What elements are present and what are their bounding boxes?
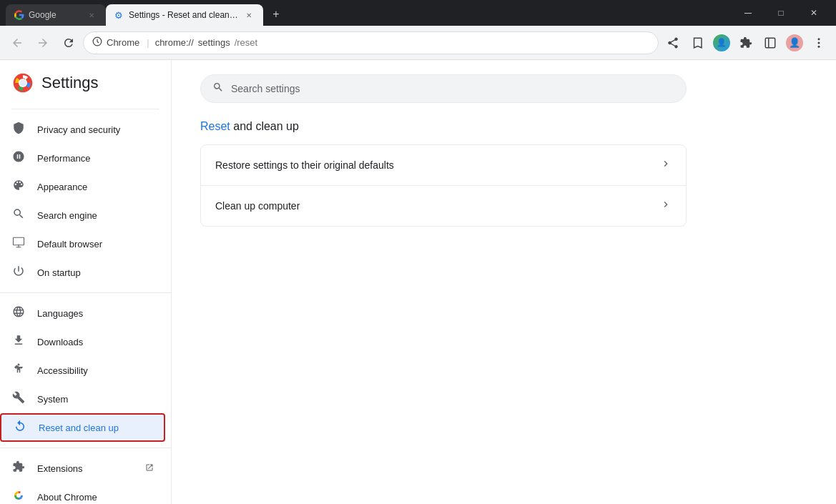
sidebar-item-on-startup[interactable]: On startup: [0, 258, 165, 287]
reset-icon: [13, 420, 27, 435]
appearance-icon: [11, 179, 26, 194]
url-path2: /reset: [235, 37, 258, 48]
close-button[interactable]: ✕: [797, 0, 830, 26]
sidebar: Settings Privacy and security Perf: [0, 60, 172, 504]
google-tab-title: Google: [29, 10, 82, 20]
chrome-logo: [11, 71, 34, 94]
external-link-icon: [145, 463, 154, 473]
svg-point-9: [19, 79, 26, 86]
menu-button[interactable]: [807, 31, 830, 54]
page-title-and: and: [230, 120, 256, 132]
sidebar-item-about[interactable]: About Chrome: [0, 483, 165, 504]
minimize-button[interactable]: ─: [732, 0, 764, 26]
window-controls: ─ □ ✕: [726, 0, 836, 26]
startup-icon: [11, 265, 26, 280]
tab-settings[interactable]: ⚙ Settings - Reset and clean up ✕: [106, 4, 263, 26]
svg-rect-1: [765, 38, 775, 48]
url-path: settings: [198, 37, 230, 48]
url-host: chrome://: [155, 37, 194, 48]
tab-google[interactable]: Google ✕: [6, 4, 106, 26]
sidebar-header: Settings: [0, 66, 171, 106]
sidebar-item-privacy[interactable]: Privacy and security: [0, 115, 165, 144]
settings-tab-close[interactable]: ✕: [243, 9, 255, 21]
sidebar-item-system[interactable]: System: [0, 385, 165, 413]
browser-frame: Google ✕ ⚙ Settings - Reset and clean up…: [0, 0, 836, 504]
sidebar-item-extensions[interactable]: Extensions: [0, 454, 165, 483]
sidebar-item-languages[interactable]: Languages: [0, 299, 165, 327]
extensions-sidebar-icon: [11, 460, 26, 476]
search-engine-icon: [11, 207, 26, 223]
settings-heading: Settings: [41, 74, 99, 92]
sidebar-label-languages: Languages: [37, 308, 154, 319]
sidebar-label-default-browser: Default browser: [37, 239, 154, 249]
sidebar-label-privacy: Privacy and security: [37, 124, 154, 135]
sidebar-label-downloads: Downloads: [37, 337, 154, 347]
sidebar-item-default-browser[interactable]: Default browser: [0, 229, 165, 258]
address-bar[interactable]: Chrome | chrome://settings/reset: [83, 31, 659, 54]
svg-point-4: [818, 41, 820, 44]
reload-button[interactable]: [57, 31, 80, 54]
share-button[interactable]: [662, 31, 684, 54]
page-title-clean: clean up: [255, 120, 299, 132]
performance-icon: [11, 150, 26, 166]
browser-content: Settings Privacy and security Perf: [0, 60, 836, 504]
sidebar-item-search[interactable]: Search engine: [0, 201, 165, 229]
shield-icon: [11, 122, 26, 137]
cleanup-computer-label: Clean up computer: [215, 200, 300, 212]
sidebar-label-reset: Reset and clean up: [39, 423, 152, 433]
toolbar-right: 👤 👤: [662, 31, 830, 54]
settings-search-bar[interactable]: Search settings: [200, 74, 687, 103]
extensions-button[interactable]: [734, 31, 757, 54]
sidebar-label-performance: Performance: [37, 153, 154, 164]
sidebar-item-downloads[interactable]: Downloads: [0, 327, 165, 356]
tab-strip: Google ✕ ⚙ Settings - Reset and clean up…: [0, 4, 726, 26]
search-icon: [212, 81, 224, 96]
sidebar-label-extensions: Extensions: [37, 463, 134, 474]
svg-rect-10: [14, 237, 24, 245]
sidebar-label-accessibility: Accessibility: [37, 365, 154, 376]
sidebar-toggle-button[interactable]: [759, 31, 782, 54]
sidebar-nav: Privacy and security Performance Appeara…: [0, 115, 171, 504]
back-button[interactable]: [6, 31, 29, 54]
restore-settings-row[interactable]: Restore settings to their original defau…: [201, 145, 686, 186]
svg-point-5: [818, 45, 820, 47]
new-tab-button[interactable]: +: [266, 4, 286, 24]
sidebar-label-search: Search engine: [37, 210, 154, 221]
sidebar-label-on-startup: On startup: [37, 267, 154, 278]
google-favicon: [14, 10, 24, 20]
google-tab-close[interactable]: ✕: [86, 9, 97, 21]
sidebar-divider-top: [11, 109, 159, 109]
security-icon: [92, 36, 102, 49]
sidebar-item-accessibility[interactable]: Accessibility: [0, 356, 165, 385]
accessibility-icon: [11, 362, 26, 378]
svg-point-13: [18, 364, 20, 366]
toolbar: Chrome | chrome://settings/reset 👤 👤: [0, 26, 836, 60]
downloads-icon: [11, 334, 26, 350]
search-placeholder-text: Search settings: [231, 83, 300, 94]
sidebar-label-system: System: [37, 394, 154, 405]
sidebar-item-reset[interactable]: Reset and clean up: [0, 413, 165, 442]
security-label: Chrome: [107, 37, 139, 48]
sidebar-label-about: About Chrome: [37, 492, 154, 503]
forward-button[interactable]: [31, 31, 54, 54]
sidebar-item-appearance[interactable]: Appearance: [0, 172, 165, 201]
cleanup-arrow-icon: [660, 199, 672, 213]
page-title: Reset and clean up: [200, 120, 807, 133]
maximize-button[interactable]: □: [764, 0, 797, 26]
main-settings-content: Search settings Reset and clean up Resto…: [172, 60, 836, 504]
bookmark-button[interactable]: [686, 31, 709, 54]
profile-button[interactable]: 👤: [710, 31, 733, 54]
cleanup-computer-row[interactable]: Clean up computer: [201, 186, 686, 226]
about-icon: [11, 489, 26, 504]
title-bar: Google ✕ ⚙ Settings - Reset and clean up…: [0, 0, 836, 26]
user-profile-button[interactable]: 👤: [783, 31, 806, 54]
sidebar-label-appearance: Appearance: [37, 182, 154, 192]
svg-point-14: [16, 493, 21, 498]
restore-arrow-icon: [660, 158, 672, 172]
default-browser-icon: [11, 236, 26, 252]
languages-icon: [11, 305, 26, 321]
settings-favicon: ⚙: [114, 10, 124, 20]
sidebar-item-performance[interactable]: Performance: [0, 144, 165, 172]
sidebar-divider-bottom: [0, 448, 171, 448]
system-icon: [11, 391, 26, 407]
